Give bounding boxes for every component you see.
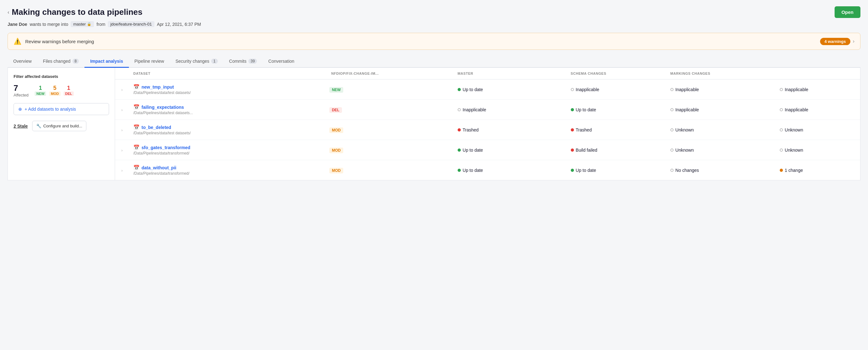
dataset-name-link[interactable]: new_tmp_input <box>142 85 174 90</box>
stale-link[interactable]: 2 Stale <box>13 124 28 129</box>
row-expand-icon[interactable]: › <box>120 88 124 92</box>
dataset-name-link[interactable]: data_without_pii <box>142 165 176 170</box>
warning-banner: ⚠️ Review warnings before merging 4 warn… <box>7 33 861 50</box>
page-container: ‹ Making changes to data pipelines Open … <box>0 0 868 350</box>
tab-commits[interactable]: Commits39 <box>223 56 263 68</box>
status-branch: Up to date <box>458 148 562 153</box>
warning-expand-icon[interactable]: › <box>853 38 855 44</box>
status-branch: Trashed <box>458 127 562 133</box>
branch-dot <box>458 108 461 111</box>
status-branch: Up to date <box>458 168 562 173</box>
source-branch[interactable]: jdoe/feature-branch-01 <box>108 21 154 27</box>
dataset-name-cell: 📅to_be_deleted/Data/Pipelines/data/test … <box>133 124 322 135</box>
target-branch[interactable]: master 🔒 <box>71 21 94 27</box>
status-branch: Inapplicable <box>458 107 562 112</box>
table-row: ›📅new_tmp_input/Data/Pipelines/data/test… <box>115 80 860 100</box>
from-label: from <box>96 22 105 27</box>
master-text: Inapplicable <box>576 87 599 92</box>
tab-impact-analysis[interactable]: Impact analysis <box>85 56 129 68</box>
configure-label: Configure and build... <box>43 124 82 128</box>
tab-badge-files-changed: 8 <box>72 59 79 64</box>
branch-dot <box>458 128 461 132</box>
affected-label: Affected <box>13 93 28 97</box>
configure-build-button[interactable]: 🔧 Configure and build... <box>32 121 86 131</box>
status-master: Up to date <box>571 168 661 173</box>
add-datasets-button[interactable]: ⊕ + Add datasets to analysis <box>13 103 109 115</box>
table-row: ›📅sfo_gates_transformed/Data/Pipelines/d… <box>115 140 860 160</box>
schema-text: No changes <box>675 168 699 173</box>
warning-icon: ⚠️ <box>13 37 22 45</box>
master-dot <box>571 88 574 91</box>
table-body: ›📅new_tmp_input/Data/Pipelines/data/test… <box>115 80 860 180</box>
status-schema: Unknown <box>671 148 771 153</box>
schema-dot <box>671 148 674 152</box>
table-header: DATASETNFDIOP/FIX-CHANGE-IM...MASTERSCHE… <box>115 68 860 80</box>
markings-dot <box>780 148 783 152</box>
master-dot <box>571 108 574 111</box>
status-schema: No changes <box>671 168 771 173</box>
dataset-icon: 📅 <box>133 165 140 171</box>
row-expand-icon[interactable]: › <box>120 148 124 153</box>
table-row: ›📅failing_expectations/Data/Pipelines/da… <box>115 100 860 120</box>
master-text: Build failed <box>576 148 597 153</box>
del-stat: 1 DEL <box>64 85 74 96</box>
stats-row: 7 Affected 1 NEW 5 MOD 1 DEL <box>13 84 109 97</box>
branch-text: Inapplicable <box>463 107 486 112</box>
lock-icon: 🔒 <box>87 22 91 26</box>
title-area: ‹ Making changes to data pipelines <box>7 7 143 17</box>
status-master: Inapplicable <box>571 87 661 92</box>
total-stat: 7 Affected <box>13 84 28 97</box>
markings-text: Inapplicable <box>785 87 808 92</box>
branch-dot <box>458 169 461 172</box>
status-schema: Inapplicable <box>671 107 771 112</box>
row-expand-icon[interactable]: › <box>120 108 124 112</box>
dataset-path: /Data/Pipelines/data/test datasets/ <box>133 131 322 135</box>
markings-text: Inapplicable <box>785 107 808 112</box>
tab-pipeline-review[interactable]: Pipeline review <box>129 56 170 68</box>
dataset-table: DATASETNFDIOP/FIX-CHANGE-IM...MASTERSCHE… <box>115 68 860 180</box>
col-header-markings: MARKINGS CHANGES <box>666 68 775 80</box>
markings-dot <box>780 169 783 172</box>
dataset-icon: 📅 <box>133 144 140 150</box>
table-row: ›📅data_without_pii/Data/Pipelines/data/t… <box>115 160 860 180</box>
status-markings: Unknown <box>780 148 856 153</box>
add-datasets-icon: ⊕ <box>18 107 22 112</box>
row-expand-icon[interactable]: › <box>120 168 124 173</box>
open-button[interactable]: Open <box>835 6 861 18</box>
warning-right: 4 warnings › <box>820 38 855 45</box>
back-chevron[interactable]: ‹ <box>7 9 9 15</box>
branch-dot <box>458 148 461 152</box>
mod-count: 5 <box>53 85 56 91</box>
branch-text: Up to date <box>463 87 483 92</box>
stale-row: 2 Stale 🔧 Configure and build... <box>13 121 109 131</box>
mod-stat: 5 MOD <box>49 85 61 96</box>
dataset-icon: 📅 <box>133 104 140 110</box>
dataset-name-link[interactable]: failing_expectations <box>142 105 184 110</box>
tab-overview[interactable]: Overview <box>7 56 37 68</box>
dataset-name-link[interactable]: to_be_deleted <box>142 125 171 130</box>
tab-conversation[interactable]: Conversation <box>262 56 300 68</box>
new-stat: 1 NEW <box>35 85 46 96</box>
branch-text: Up to date <box>463 168 483 173</box>
row-expand-icon[interactable]: › <box>120 128 124 133</box>
branch-text: Up to date <box>463 148 483 153</box>
configure-icon: 🔧 <box>36 124 41 128</box>
warnings-badge[interactable]: 4 warnings <box>820 38 850 45</box>
dataset-name-cell: 📅sfo_gates_transformed/Data/Pipelines/da… <box>133 144 322 155</box>
dataset-path: /Data/Pipelines/data/test datasets... <box>133 111 322 115</box>
dataset-icon: 📅 <box>133 84 140 90</box>
table-area: DATASETNFDIOP/FIX-CHANGE-IM...MASTERSCHE… <box>115 68 860 180</box>
tab-badge-security-changes: 1 <box>211 59 218 64</box>
new-label: NEW <box>35 91 46 96</box>
branch-text: Trashed <box>463 127 479 133</box>
master-text: Trashed <box>576 127 592 133</box>
dataset-tag: DEL <box>329 107 342 113</box>
master-dot <box>571 148 574 152</box>
warning-text: Review warnings before merging <box>25 39 94 44</box>
tab-security-changes[interactable]: Security changes1 <box>170 56 223 68</box>
status-branch: Up to date <box>458 87 562 92</box>
tab-files-changed[interactable]: Files changed8 <box>37 56 85 68</box>
dataset-name-link[interactable]: sfo_gates_transformed <box>142 145 190 150</box>
status-markings: Inapplicable <box>780 87 856 92</box>
markings-dot <box>780 88 783 91</box>
